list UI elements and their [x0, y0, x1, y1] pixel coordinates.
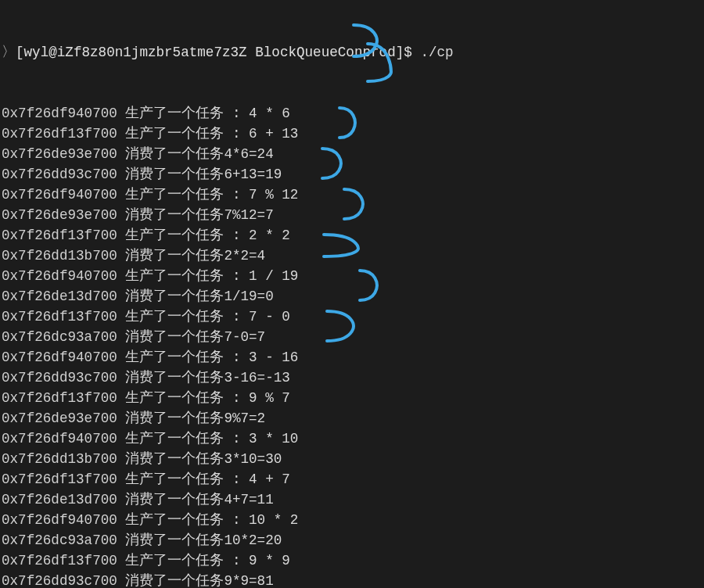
task-message: 生产了一个任务: [125, 106, 224, 121]
task-message: 消费了一个任务: [125, 207, 224, 223]
task-message: 生产了一个任务: [125, 471, 224, 487]
task-expression: 4*6=24: [224, 146, 273, 162]
task-expression: : 3 - 16: [224, 350, 298, 365]
terminal[interactable]: 〉[wyl@iZf8z80n1jmzbr5atme7z3Z BlockQueue…: [0, 0, 704, 588]
thread-address: 0x7f26df13f700: [2, 553, 117, 568]
output-line: 0x7f26de93e700 消费了一个任务4*6=24: [2, 144, 704, 164]
thread-address: 0x7f26dd93c700: [2, 573, 117, 588]
task-message: 消费了一个任务: [125, 167, 224, 182]
thread-address: 0x7f26df13f700: [2, 390, 117, 406]
output-line: 0x7f26dc93a700 消费了一个任务7-0=7: [2, 327, 704, 347]
task-expression: 9%7=2: [224, 411, 265, 426]
task-expression: 10*2=20: [224, 532, 282, 548]
thread-address: 0x7f26de93e700: [2, 207, 117, 223]
thread-address: 0x7f26df13f700: [2, 126, 117, 142]
task-message: 消费了一个任务: [125, 532, 224, 548]
task-message: 生产了一个任务: [125, 553, 224, 568]
task-expression: : 4 * 6: [224, 106, 289, 121]
prompt-dollar: $: [404, 45, 412, 60]
output-line: 0x7f26dd13b700 消费了一个任务3*10=30: [2, 449, 704, 469]
output-line: 0x7f26df13f700 生产了一个任务 : 6 + 13: [2, 124, 704, 144]
task-expression: 7-0=7: [224, 329, 265, 345]
task-message: 消费了一个任务: [125, 329, 224, 345]
task-message: 生产了一个任务: [125, 431, 224, 446]
task-message: 消费了一个任务: [125, 370, 224, 385]
thread-address: 0x7f26dc93a700: [2, 532, 117, 548]
task-message: 消费了一个任务: [125, 492, 224, 507]
task-expression: 9*9=81: [224, 573, 273, 588]
output-line: 0x7f26df13f700 生产了一个任务 : 9 % 7: [2, 388, 704, 408]
task-expression: 3*10=30: [224, 451, 282, 467]
task-message: 消费了一个任务: [125, 451, 224, 467]
task-message: 生产了一个任务: [125, 126, 224, 142]
output-line: 0x7f26dd13b700 消费了一个任务2*2=4: [2, 246, 704, 266]
prompt-at: @: [48, 45, 57, 60]
task-expression: : 9 % 7: [224, 390, 289, 406]
thread-address: 0x7f26df940700: [2, 512, 117, 528]
task-message: 生产了一个任务: [125, 268, 224, 284]
thread-address: 0x7f26df940700: [2, 350, 117, 365]
output-line: 0x7f26df940700 生产了一个任务 : 7 % 12: [2, 185, 704, 205]
task-expression: 1/19=0: [224, 289, 273, 304]
output-lines: 0x7f26df940700 生产了一个任务 : 4 * 60x7f26df13…: [2, 103, 704, 588]
prompt-path: BlockQueueConprod: [255, 45, 396, 60]
task-expression: 4+7=11: [224, 492, 273, 507]
task-message: 消费了一个任务: [125, 411, 224, 426]
thread-address: 0x7f26dd13b700: [2, 248, 117, 264]
thread-address: 0x7f26df940700: [2, 268, 117, 284]
prompt-leading-symbol: 〉: [2, 45, 16, 60]
task-message: 消费了一个任务: [125, 248, 224, 264]
output-line: 0x7f26de93e700 消费了一个任务9%7=2: [2, 408, 704, 428]
task-expression: : 3 * 10: [224, 431, 298, 446]
thread-address: 0x7f26df940700: [2, 431, 117, 446]
output-line: 0x7f26df13f700 生产了一个任务 : 2 * 2: [2, 225, 704, 246]
task-expression: : 4 + 7: [224, 471, 289, 487]
thread-address: 0x7f26de13d700: [2, 492, 117, 507]
task-message: 生产了一个任务: [125, 512, 224, 528]
task-message: 生产了一个任务: [125, 390, 224, 406]
thread-address: 0x7f26de93e700: [2, 146, 117, 162]
task-expression: : 10 * 2: [224, 512, 298, 528]
prompt-open-bracket: [: [16, 45, 24, 60]
thread-address: 0x7f26df13f700: [2, 309, 117, 324]
task-expression: : 7 - 0: [224, 309, 289, 324]
thread-address: 0x7f26dc93a700: [2, 329, 117, 345]
thread-address: 0x7f26df940700: [2, 106, 117, 121]
task-expression: 2*2=4: [224, 248, 265, 264]
output-line: 0x7f26df940700 生产了一个任务 : 1 / 19: [2, 266, 704, 286]
task-expression: : 6 + 13: [224, 126, 298, 142]
prompt-close-bracket: ]: [396, 45, 404, 60]
output-line: 0x7f26de13d700 消费了一个任务1/19=0: [2, 286, 704, 307]
output-line: 0x7f26dd93c700 消费了一个任务9*9=81: [2, 571, 704, 588]
output-line: 0x7f26dd93c700 消费了一个任务3-16=-13: [2, 368, 704, 388]
thread-address: 0x7f26dd93c700: [2, 167, 117, 182]
thread-address: 0x7f26df13f700: [2, 228, 117, 243]
task-message: 生产了一个任务: [125, 228, 224, 243]
task-message: 消费了一个任务: [125, 289, 224, 304]
thread-address: 0x7f26dd13b700: [2, 451, 117, 467]
thread-address: 0x7f26de13d700: [2, 289, 117, 304]
thread-address: 0x7f26df13f700: [2, 471, 117, 487]
task-message: 消费了一个任务: [125, 573, 224, 588]
prompt-host: iZf8z80n1jmzbr5atme7z3Z: [57, 45, 247, 60]
output-line: 0x7f26dd93c700 消费了一个任务6+13=19: [2, 164, 704, 185]
task-message: 消费了一个任务: [125, 146, 224, 162]
task-message: 生产了一个任务: [125, 350, 224, 365]
output-line: 0x7f26df13f700 生产了一个任务 : 7 - 0: [2, 307, 704, 327]
task-message: 生产了一个任务: [125, 187, 224, 203]
thread-address: 0x7f26df940700: [2, 187, 117, 203]
thread-address: 0x7f26de93e700: [2, 411, 117, 426]
task-expression: 7%12=7: [224, 207, 273, 223]
output-line: 0x7f26df940700 生产了一个任务 : 3 - 16: [2, 347, 704, 368]
prompt-command: ./cp: [420, 45, 453, 60]
prompt-user: wyl: [24, 45, 49, 60]
output-line: 0x7f26de93e700 消费了一个任务7%12=7: [2, 205, 704, 225]
output-line: 0x7f26de13d700 消费了一个任务4+7=11: [2, 489, 704, 510]
task-expression: 3-16=-13: [224, 370, 289, 385]
task-expression: 6+13=19: [224, 167, 282, 182]
output-line: 0x7f26df13f700 生产了一个任务 : 9 * 9: [2, 550, 704, 571]
output-line: 0x7f26dc93a700 消费了一个任务10*2=20: [2, 530, 704, 550]
task-expression: : 2 * 2: [224, 228, 289, 243]
output-line: 0x7f26df13f700 生产了一个任务 : 4 + 7: [2, 469, 704, 489]
output-line: 0x7f26df940700 生产了一个任务 : 10 * 2: [2, 510, 704, 530]
